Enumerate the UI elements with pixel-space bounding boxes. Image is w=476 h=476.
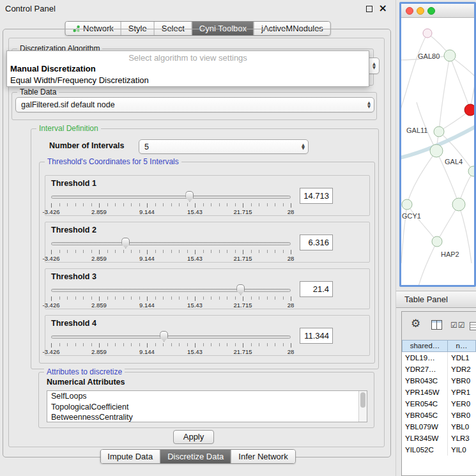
table-row[interactable]: YER054CYER0 xyxy=(402,398,476,410)
network-node[interactable] xyxy=(452,198,465,211)
network-node[interactable] xyxy=(464,104,474,116)
algorithm-option-equal-width-frequency-discretization[interactable]: Equal Width/Frequency Discretization xyxy=(7,75,369,86)
thresholds-group: Threshold's Coordinates for 5 Intervals … xyxy=(39,162,375,364)
table-row[interactable]: YDR27…YDR2 xyxy=(402,364,476,375)
network-canvas[interactable]: GAL80GAL11GAL4GCY1HAP2 xyxy=(401,18,474,285)
threshold-2-value[interactable]: 6.316 xyxy=(300,234,333,250)
clipped-toolbar-icon[interactable] xyxy=(470,321,476,333)
gear-icon[interactable]: ⚙ xyxy=(411,317,420,330)
slider-track[interactable] xyxy=(51,289,291,292)
table-row[interactable]: YBR045CYBR0 xyxy=(402,410,476,421)
scale-label: 15.43 xyxy=(187,208,203,215)
table-data-group-title: Table Data xyxy=(17,88,59,97)
major-tick xyxy=(195,203,196,208)
network-node-label: GAL80 xyxy=(418,52,440,60)
scale-label: -3.426 xyxy=(43,208,60,215)
network-node[interactable] xyxy=(423,29,432,38)
slider-track[interactable] xyxy=(51,335,291,339)
column-selector-icon[interactable] xyxy=(431,320,442,332)
threshold-3-value[interactable]: 21.4 xyxy=(300,281,333,297)
threshold-panel-4: Threshold 4-3.4262.8599.14415.4321.71528… xyxy=(45,315,370,356)
table-row[interactable]: YBR043CYBR0 xyxy=(402,375,476,387)
table-cell: YDR2 xyxy=(448,364,476,375)
slider-track[interactable] xyxy=(51,242,291,245)
threshold-4-value[interactable]: 11.344 xyxy=(300,328,333,344)
major-tick xyxy=(291,296,291,301)
table-cell: YBL079W xyxy=(402,421,448,433)
node-table: shared…n… YDL19…YDL1YDR27…YDR2YBR043CYBR… xyxy=(402,340,476,475)
table-cell: YIL052C xyxy=(402,444,448,456)
table-cell: YPR1 xyxy=(448,387,476,398)
select-mode-icon[interactable]: ☑☑ xyxy=(450,321,466,330)
threshold-4-slider[interactable]: -3.4262.8599.14415.4321.71528 xyxy=(51,331,291,355)
network-node-label: GAL11 xyxy=(406,127,427,134)
attributes-scrollbar[interactable] xyxy=(358,391,367,422)
traffic-light-zoom-icon[interactable] xyxy=(427,7,435,15)
slider-scale: -3.4262.8599.14415.4321.71528 xyxy=(51,255,291,263)
network-node[interactable] xyxy=(444,50,456,61)
threshold-1-slider[interactable]: -3.4262.8599.14415.4321.71528 xyxy=(51,191,291,215)
major-tick xyxy=(147,343,148,348)
table-cell: YBR045C xyxy=(402,410,448,421)
threshold-3-slider[interactable]: -3.4262.8599.14415.4321.71528 xyxy=(51,284,291,309)
network-window-titlebar[interactable] xyxy=(401,4,474,18)
number-of-intervals-select[interactable]: 5 ▲▼ xyxy=(139,139,309,154)
algorithm-dropdown-options: Manual DiscretizationEqual Width/Frequen… xyxy=(7,63,369,86)
major-tick xyxy=(291,250,291,254)
interval-definition-title: Interval Definition xyxy=(36,124,101,134)
slider-thumb[interactable] xyxy=(160,331,168,342)
column-header-1[interactable]: n… xyxy=(448,340,476,352)
major-tick xyxy=(147,250,148,254)
slider-thumb[interactable] xyxy=(121,238,130,249)
attribute-item-topologicalcoefficient[interactable]: TopologicalCoefficient xyxy=(47,402,367,413)
table-cell: YER0 xyxy=(448,398,476,410)
table-data-select[interactable]: galFiltered.sif default node ▲▼ xyxy=(15,97,374,112)
table-row[interactable]: YBL079WYBL0 xyxy=(402,421,476,433)
number-of-intervals-value: 5 xyxy=(144,140,296,153)
bottom-tab-infer-network[interactable]: Infer Network xyxy=(231,450,295,463)
bottom-tab-discretize-data[interactable]: Discretize Data xyxy=(160,450,231,463)
traffic-light-close-icon[interactable] xyxy=(406,7,413,15)
table-cell: YDR27… xyxy=(402,364,448,375)
network-node[interactable] xyxy=(434,127,444,137)
table-row[interactable]: YLR345WYLR3 xyxy=(402,433,476,444)
network-node[interactable] xyxy=(430,144,443,157)
table-cell: YBL0 xyxy=(448,421,476,433)
threshold-1-value[interactable]: 14.713 xyxy=(300,188,333,204)
scale-label: 15.43 xyxy=(187,302,203,309)
table-row[interactable]: YPR145WYPR1 xyxy=(402,387,476,398)
threshold-2-slider[interactable]: -3.4262.8599.14415.4321.71528 xyxy=(51,238,291,262)
scale-label: 2.859 xyxy=(91,255,107,262)
threshold-panel-1: Threshold 1-3.4262.8599.14415.4321.71528… xyxy=(45,175,370,216)
attributes-group: Attributes to discretize Numerical Attri… xyxy=(38,372,374,428)
scrollbar-thumb[interactable] xyxy=(360,392,365,408)
bottom-tab-impute-data[interactable]: Impute Data xyxy=(100,450,160,463)
combo-arrows-icon: ▲▼ xyxy=(367,102,371,109)
column-header-0[interactable]: shared… xyxy=(402,340,448,352)
slider-ticks xyxy=(51,343,291,346)
float-window-icon[interactable] xyxy=(366,6,372,12)
algorithm-option-manual-discretization[interactable]: Manual Discretization xyxy=(7,63,369,75)
major-tick xyxy=(195,250,196,254)
network-node[interactable] xyxy=(402,199,412,210)
window-title: Control Panel xyxy=(5,4,56,13)
network-node[interactable] xyxy=(468,166,474,176)
major-tick xyxy=(243,343,243,348)
slider-track[interactable] xyxy=(51,196,291,199)
scale-label: -3.426 xyxy=(43,348,60,355)
table-row[interactable]: YIL052CYIL0 xyxy=(402,444,476,456)
slider-thumb[interactable] xyxy=(236,284,245,295)
network-node[interactable] xyxy=(432,236,442,247)
threshold-label: Threshold 3 xyxy=(51,272,96,281)
attribute-item-betweennesscentrality[interactable]: BetweennessCentrality xyxy=(47,412,367,422)
scale-label: 15.43 xyxy=(187,255,203,262)
bottom-tab-label: Impute Data xyxy=(107,452,153,461)
attribute-item-selfloops[interactable]: SelfLoops xyxy=(47,391,367,402)
close-icon[interactable]: × xyxy=(379,2,387,14)
slider-thumb[interactable] xyxy=(185,191,194,202)
attributes-list: SelfLoopsTopologicalCoefficientBetweenne… xyxy=(47,391,367,422)
apply-button[interactable]: Apply xyxy=(173,430,214,444)
table-row[interactable]: YDL19…YDL1 xyxy=(402,352,476,364)
traffic-light-minimize-icon[interactable] xyxy=(417,7,424,15)
attributes-listbox[interactable]: SelfLoopsTopologicalCoefficientBetweenne… xyxy=(47,390,367,422)
